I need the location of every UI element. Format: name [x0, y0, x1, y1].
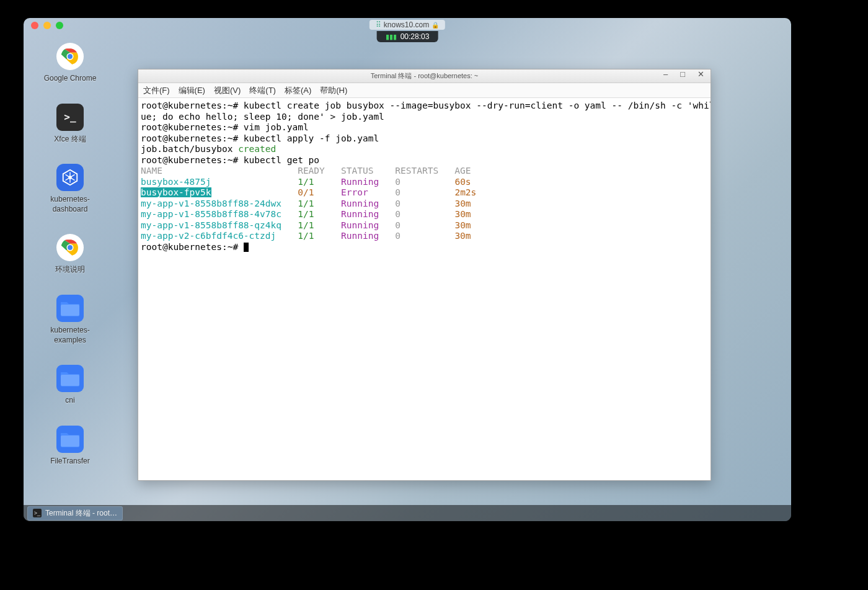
menu-item-5[interactable]: 帮助(H) [320, 85, 347, 96]
cursor [244, 243, 249, 252]
folder-icon [56, 295, 84, 322]
mac-titlebar: ⠿ knows10.com 🔒 [24, 18, 791, 32]
taskbar: >_ Terminal 终端 - root… [24, 505, 791, 521]
menu-item-2[interactable]: 视图(V) [214, 85, 241, 96]
minimize-window-button[interactable] [43, 22, 51, 29]
url-domain: knows10.com [384, 20, 429, 29]
desktop-icon-2[interactable]: kubernetes-dashboard [37, 164, 103, 214]
traffic-lights [31, 22, 63, 29]
signal-icon: ▮▮▮ [386, 33, 397, 41]
terminal-maximize-button[interactable]: □ [678, 69, 688, 79]
taskbar-item-terminal[interactable]: >_ Terminal 终端 - root… [27, 506, 123, 521]
desktop-icon-4[interactable]: kubernetes-examples [37, 295, 103, 345]
desktop-icons: Google Chrome>_Xfce 终端kubernetes-dashboa… [37, 43, 103, 466]
desktop-icon-label: FileTransfer [50, 457, 90, 467]
timer-value: 00:28:03 [401, 32, 430, 41]
svg-rect-16 [61, 436, 79, 447]
terminal-window-controls: – □ ✕ [661, 69, 707, 79]
desktop-icon-label: 环境说明 [55, 265, 85, 275]
menu-item-1[interactable]: 编辑(E) [179, 85, 205, 96]
lock-icon: 🔒 [432, 22, 439, 29]
browser-window: ⠿ knows10.com 🔒 ▮▮▮ 00:28:03 Google Chro… [24, 18, 791, 521]
desktop-icon-1[interactable]: >_Xfce 终端 [37, 104, 103, 145]
terminal-close-button[interactable]: ✕ [695, 69, 707, 79]
terminal-menubar: 文件(F)编辑(E)视图(V)终端(T)标签(A)帮助(H) [138, 83, 711, 98]
menu-item-0[interactable]: 文件(F) [143, 85, 170, 96]
terminal-window: Terminal 终端 - root@kubernetes: ~ – □ ✕ 文… [138, 69, 711, 481]
folder-icon [56, 365, 84, 392]
maximize-window-button[interactable] [56, 22, 63, 29]
menu-item-4[interactable]: 标签(A) [285, 85, 311, 96]
desktop-icon-0[interactable]: Google Chrome [37, 43, 103, 84]
session-timer: ▮▮▮ 00:28:03 [377, 31, 438, 42]
terminal-icon: >_ [56, 104, 84, 131]
terminal-titlebar: Terminal 终端 - root@kubernetes: ~ – □ ✕ [138, 69, 711, 83]
desktop-icon-label: kubernetes-dashboard [37, 195, 103, 214]
taskbar-item-label: Terminal 终端 - root… [45, 508, 117, 519]
desktop-icon-label: Google Chrome [44, 74, 97, 84]
desktop-icon-label: Xfce 终端 [54, 135, 86, 145]
terminal-title: Terminal 终端 - root@kubernetes: ~ [371, 71, 478, 81]
terminal-icon: >_ [33, 509, 42, 517]
desktop-icon-label: kubernetes-examples [37, 326, 103, 345]
desktop-icon-label: cni [65, 396, 74, 406]
svg-rect-15 [61, 375, 79, 386]
terminal-minimize-button[interactable]: – [661, 69, 670, 79]
url-bar[interactable]: ⠿ knows10.com 🔒 [370, 20, 445, 30]
chrome-icon [56, 43, 84, 70]
svg-rect-14 [61, 305, 79, 316]
translate-icon: ⠿ [376, 20, 381, 29]
terminal-body[interactable]: root@kubernetes:~# kubectl create job bu… [138, 98, 711, 480]
chrome-icon [56, 234, 84, 261]
folder-icon [56, 426, 84, 453]
desktop-icon-6[interactable]: FileTransfer [37, 426, 103, 467]
kubernetes-icon [56, 164, 84, 191]
close-window-button[interactable] [31, 22, 38, 29]
menu-item-3[interactable]: 终端(T) [249, 85, 276, 96]
desktop-icon-3[interactable]: 环境说明 [37, 234, 103, 275]
desktop-icon-5[interactable]: cni [37, 365, 103, 406]
